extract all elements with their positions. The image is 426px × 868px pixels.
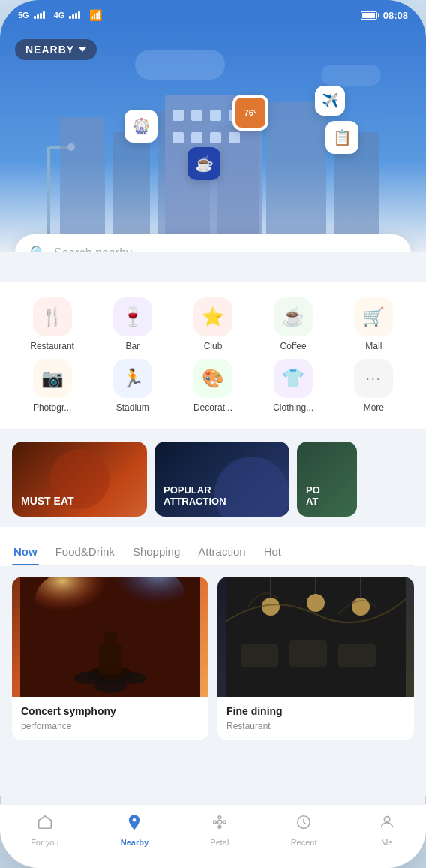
nav-me[interactable]: Me [379, 814, 395, 847]
bar-label: Bar [125, 341, 140, 351]
category-decoration[interactable]: 🎨 Decorat... [183, 359, 243, 413]
tabs-section: Now Food&Drink Shopping Attraction Hot [0, 527, 426, 566]
battery-fill [362, 13, 375, 18]
restaurant-label: Restaurant [30, 341, 74, 351]
signal-bar-2 [37, 14, 39, 19]
decoration-icon-wrap: 🎨 [194, 359, 232, 398]
nav-for-you[interactable]: For you [31, 814, 58, 847]
svg-rect-30 [338, 644, 376, 667]
wifi-icon: 📶 [89, 9, 102, 21]
category-coffee[interactable]: ☕ Coffee [263, 297, 323, 351]
location-badge[interactable]: NEARBY [15, 39, 97, 60]
status-bar: 5G 4G 📶 08:08 [0, 0, 426, 27]
svg-rect-28 [241, 644, 278, 667]
promo-card-extra[interactable]: POAT [297, 442, 357, 517]
concert-info: Concert symphony performance [12, 697, 208, 740]
restaurant-icon: 🍴 [41, 306, 64, 327]
floating-icon-coffee: ☕ [188, 147, 220, 180]
clothing-label: Clothing... [273, 402, 314, 413]
category-row-1: 🍴 Restaurant 🍷 Bar ⭐ Club [12, 297, 414, 351]
promo-card-attraction[interactable]: POPULARATTRACTION [154, 442, 290, 517]
tab-shopping[interactable]: Shopping [131, 539, 182, 565]
nav-petal[interactable]: Petal [210, 814, 229, 847]
svg-point-38 [218, 820, 222, 824]
tab-hot[interactable]: Hot [262, 539, 283, 565]
time-display: 08:08 [383, 10, 408, 21]
tab-now[interactable]: Now [12, 539, 39, 565]
stadium-icon-wrap: 🏃 [113, 359, 152, 398]
content-card-concert[interactable]: Concert symphony performance [12, 577, 208, 740]
bottom-nav: For you Nearby Petal [0, 804, 426, 868]
mall-icon: 🛒 [362, 306, 385, 327]
signal-text-1: 5G [18, 11, 29, 20]
bar-icon-wrap: 🍷 [113, 297, 152, 336]
signal2-bar-4 [78, 11, 80, 19]
svg-rect-7 [266, 102, 326, 252]
me-icon [379, 814, 395, 835]
floating-icon-plane: ✈️ [315, 86, 345, 116]
svg-point-41 [214, 821, 217, 824]
floating-icon-temp: 76° [232, 95, 268, 131]
nearby-label: Nearby [121, 838, 148, 847]
restaurant-info: Fine dining Restaurant [218, 697, 414, 740]
svg-point-26 [94, 678, 127, 693]
main-content: 🍴 Restaurant 🍷 Bar ⭐ Club [0, 252, 426, 796]
signal2-bar-3 [75, 13, 77, 19]
floating-icon-reel: 🎡 [124, 110, 158, 143]
restaurant-card-subtitle: Restaurant [226, 721, 405, 731]
promo-must-eat-label: MUST EAT [21, 495, 74, 508]
categories-section: 🍴 Restaurant 🍷 Bar ⭐ Club [0, 282, 426, 429]
search-container[interactable]: 🔍 Search nearby [15, 234, 411, 252]
photography-icon-wrap: 📷 [33, 359, 72, 398]
for-you-icon [37, 814, 53, 835]
club-icon: ⭐ [202, 306, 224, 327]
svg-point-37 [133, 818, 136, 822]
svg-rect-29 [290, 640, 327, 667]
concert-image [12, 577, 208, 697]
category-bar[interactable]: 🍷 Bar [103, 297, 163, 351]
recent-icon [296, 814, 312, 835]
content-card-restaurant[interactable]: Fine dining Restaurant [218, 577, 414, 740]
svg-point-42 [223, 821, 226, 824]
status-left: 5G 4G 📶 [18, 9, 102, 21]
tab-attraction[interactable]: Attraction [196, 539, 247, 565]
search-bar[interactable]: 🔍 Search nearby [15, 234, 411, 252]
clothing-icon: 👕 [282, 368, 304, 389]
decoration-icon: 🎨 [202, 368, 224, 389]
tab-food-drink[interactable]: Food&Drink [54, 539, 116, 565]
promo-section: MUST EAT POPULARATTRACTION POAT [0, 429, 426, 517]
cards-section: Concert symphony performance [0, 566, 426, 751]
restaurant-icon-wrap: 🍴 [33, 297, 72, 336]
svg-point-39 [218, 816, 221, 819]
battery-icon [361, 11, 377, 20]
svg-rect-16 [210, 132, 221, 143]
svg-point-44 [384, 817, 389, 822]
photography-label: Photogr... [33, 402, 71, 413]
svg-point-40 [218, 826, 221, 829]
phone-shell: 5G 4G 📶 08:08 [0, 0, 426, 868]
mall-icon-wrap: 🛒 [354, 297, 393, 336]
petal-icon [212, 814, 228, 835]
more-icon-wrap: ··· [354, 359, 393, 398]
nav-nearby[interactable]: Nearby [121, 814, 148, 847]
mall-label: Mall [365, 341, 382, 351]
category-club[interactable]: ⭐ Club [183, 297, 243, 351]
dropdown-arrow-icon [79, 47, 86, 52]
category-more[interactable]: ··· More [344, 359, 404, 413]
location-text: NEARBY [26, 44, 74, 56]
promo-card-must-eat[interactable]: MUST EAT [12, 442, 147, 517]
svg-rect-3 [60, 117, 105, 252]
category-restaurant[interactable]: 🍴 Restaurant [22, 297, 82, 351]
svg-rect-14 [172, 132, 184, 143]
nav-recent[interactable]: Recent [291, 814, 317, 847]
svg-rect-10 [172, 110, 184, 121]
more-label: More [364, 402, 384, 413]
category-mall[interactable]: 🛒 Mall [344, 297, 404, 351]
hero-section: NEARBY � [0, 27, 426, 252]
category-stadium[interactable]: 🏃 Stadium [103, 359, 163, 413]
concert-svg [12, 577, 208, 697]
category-clothing[interactable]: 👕 Clothing... [263, 359, 323, 413]
category-photography[interactable]: 📷 Photogr... [22, 359, 82, 413]
coffee-icon-wrap: ☕ [274, 297, 313, 336]
coffee-label: Coffee [280, 341, 307, 351]
